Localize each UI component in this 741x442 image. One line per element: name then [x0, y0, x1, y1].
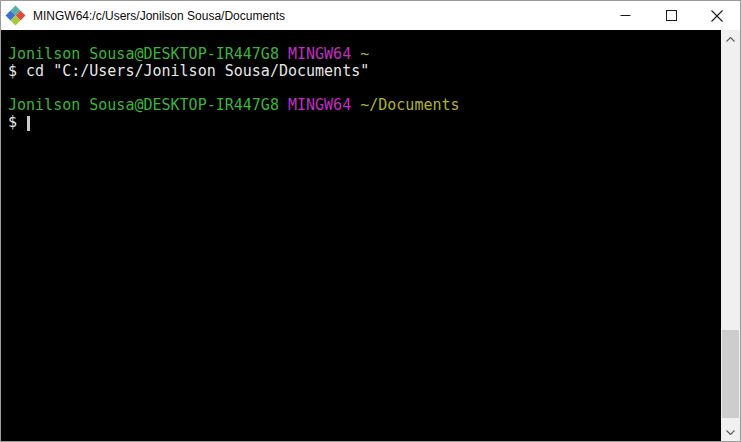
terminal-line: [8, 80, 721, 97]
terminal-text-segment: $: [8, 113, 26, 131]
terminal-text-segment: Jonilson Sousa@DESKTOP-IR447G8: [8, 96, 279, 114]
terminal-text-segment: $ cd "C:/Users/Jonilson Sousa/Documents": [8, 62, 369, 80]
window-title: MINGW64:/c/Users/Jonilson Sousa/Document…: [33, 9, 602, 23]
chevron-down-icon: [726, 430, 735, 435]
terminal-text-segment: [351, 45, 360, 63]
terminal-text-segment: ~: [360, 45, 369, 63]
close-icon: [711, 10, 723, 22]
terminal-text-segment: Jonilson Sousa@DESKTOP-IR447G8: [8, 45, 279, 63]
maximize-button[interactable]: [648, 1, 694, 30]
window-controls: [602, 1, 740, 30]
chevron-up-icon: [726, 37, 735, 42]
scroll-up-button[interactable]: [721, 30, 740, 49]
maximize-icon: [666, 10, 677, 21]
close-button[interactable]: [694, 1, 740, 30]
terminal-line: $ cd "C:/Users/Jonilson Sousa/Documents": [8, 63, 721, 80]
terminal-line: Jonilson Sousa@DESKTOP-IR447G8 MINGW64 ~…: [8, 97, 721, 114]
scroll-down-button[interactable]: [721, 423, 740, 442]
vertical-scrollbar[interactable]: [721, 30, 740, 442]
scrollbar-thumb[interactable]: [722, 330, 739, 418]
terminal-line: $: [8, 114, 721, 131]
terminal-text-segment: MINGW64: [288, 96, 351, 114]
terminal-text-segment: [351, 96, 360, 114]
minimize-icon: [620, 10, 631, 21]
terminal-screen[interactable]: Jonilson Sousa@DESKTOP-IR447G8 MINGW64 ~…: [1, 30, 721, 442]
terminal-line: Jonilson Sousa@DESKTOP-IR447G8 MINGW64 ~: [8, 46, 721, 63]
terminal-text-segment: [279, 45, 288, 63]
git-bash-window: MINGW64:/c/Users/Jonilson Sousa/Document…: [0, 0, 741, 442]
terminal-cursor: [27, 116, 30, 131]
terminal-text-segment: ~/Documents: [360, 96, 459, 114]
terminal-text-segment: [279, 96, 288, 114]
git-bash-app-icon: [7, 7, 25, 25]
title-bar[interactable]: MINGW64:/c/Users/Jonilson Sousa/Document…: [1, 1, 740, 30]
minimize-button[interactable]: [602, 1, 648, 30]
window-body: Jonilson Sousa@DESKTOP-IR447G8 MINGW64 ~…: [1, 30, 740, 442]
terminal-text-segment: MINGW64: [288, 45, 351, 63]
